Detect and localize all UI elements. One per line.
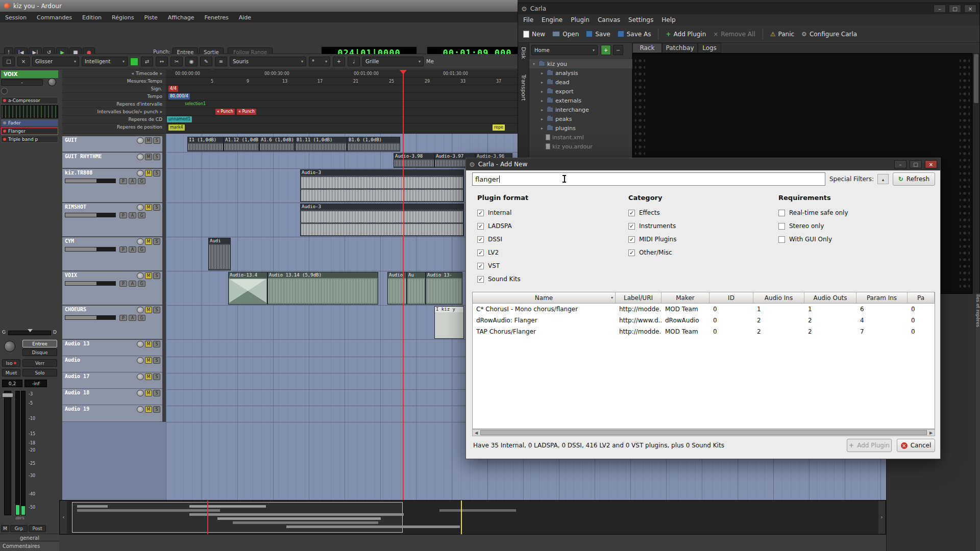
tree-item[interactable]: ▸export — [529, 87, 632, 96]
mute-button[interactable]: M — [145, 341, 152, 347]
tab-logs[interactable]: Logs — [698, 43, 721, 53]
menu-item[interactable]: File — [523, 16, 533, 23]
refresh-button[interactable]: ↻Refresh — [893, 172, 935, 186]
track-header[interactable]: Audio 17 M S — [62, 372, 162, 389]
group-button[interactable]: G — [138, 315, 145, 321]
cancel-button[interactable]: ×Cancel — [897, 439, 935, 452]
record-arm-button[interactable] — [137, 390, 144, 396]
group-button[interactable]: Grp — [10, 525, 28, 532]
playhead-head-icon[interactable] — [400, 70, 407, 74]
processor-compressor[interactable]: a-Compressor — [1, 97, 58, 104]
solo-button[interactable]: S — [153, 170, 160, 177]
expand-icon[interactable]: ▸ — [540, 71, 545, 76]
tab-rack[interactable]: Rack — [632, 43, 662, 53]
record-arm-button[interactable] — [137, 154, 144, 160]
mouse-mode-combo[interactable]: Souris▾ — [230, 57, 306, 66]
menu-item[interactable]: Engine — [542, 16, 562, 23]
strip-output-button[interactable]: - — [1, 79, 43, 86]
cd-marker[interactable]: unnamed1 — [167, 116, 192, 122]
automation-button[interactable]: A — [129, 212, 136, 218]
playhead[interactable] — [403, 70, 404, 500]
track-header[interactable]: Audio M S — [62, 356, 162, 372]
grid-combo[interactable]: Grille▾ — [362, 57, 424, 66]
group-tab[interactable]: general — [0, 534, 59, 541]
audio-region[interactable]: B1.11 (1,0dB) — [295, 137, 347, 152]
punch-out-marker[interactable]: « Punch — [237, 109, 256, 115]
location-marker[interactable]: repe — [493, 124, 505, 131]
playlist-button[interactable]: P — [119, 212, 127, 218]
solo-button[interactable]: S — [153, 357, 160, 364]
column-header[interactable]: Param Ins — [856, 292, 908, 304]
column-header[interactable]: Audio Outs — [804, 292, 856, 304]
track-header[interactable]: Audio 13 M S — [62, 340, 162, 356]
tree-item[interactable]: ▾kiz you — [529, 59, 632, 68]
audio-region[interactable]: Audio 13.14 (5,9dB) — [267, 272, 378, 305]
record-arm-button[interactable] — [137, 341, 144, 347]
fader-handle[interactable] — [2, 393, 13, 397]
stretch-tool-button[interactable]: ≡ — [215, 57, 227, 66]
checkbox-stereo-only[interactable]: Stereo only — [778, 222, 824, 230]
record-arm-button[interactable] — [137, 357, 144, 364]
expand-icon[interactable]: ▸ — [540, 117, 545, 121]
menu-item[interactable]: Edition — [82, 14, 102, 21]
editor-mixer-toggle[interactable]: □ — [3, 57, 15, 66]
track-header[interactable]: GUIT M S — [62, 136, 162, 152]
rack-scrollbar[interactable] — [972, 53, 979, 294]
configure-button[interactable]: ⚙Configure Carla — [801, 31, 857, 38]
draw-tool-button[interactable]: ✎ — [200, 57, 212, 66]
processor-triple-band[interactable]: Triple band p — [1, 136, 58, 143]
summary-scroll-left[interactable]: ‹ — [60, 501, 67, 534]
search-input[interactable]: flanger — [472, 172, 825, 186]
editor-strip-name[interactable]: VOIX — [1, 70, 58, 78]
group-button[interactable]: G — [138, 178, 145, 184]
scroll-left-icon[interactable]: ◀ — [473, 431, 480, 435]
metering-point-button[interactable]: Post — [29, 525, 46, 532]
remove-all-button[interactable]: ×Remove All — [713, 31, 755, 38]
audio-region[interactable]: Audio-3 — [300, 204, 464, 236]
solo-button[interactable]: S — [153, 204, 160, 211]
tree-item[interactable]: ▸peaks — [529, 114, 632, 123]
save-as-button[interactable]: Save As — [618, 31, 651, 38]
dock-tab-disk[interactable]: Disk — [520, 47, 527, 59]
add-plugin-button[interactable]: +Add Plugin — [666, 31, 706, 38]
mute-button[interactable]: M — [145, 307, 152, 313]
record-arm-button[interactable] — [137, 170, 144, 177]
add-location-button[interactable]: + — [601, 45, 611, 55]
menu-item[interactable]: Session — [5, 14, 27, 21]
dock-tab-transport[interactable]: Transport — [520, 74, 527, 101]
audio-region[interactable]: I kiz y — [434, 306, 464, 339]
tree-item[interactable]: ▸plugins — [529, 123, 632, 133]
metering-button[interactable]: M — [1, 525, 9, 532]
mute-button[interactable]: M — [145, 373, 152, 380]
panic-button[interactable]: ⚠Panic — [770, 31, 794, 38]
audio-region[interactable]: Audio-13.4 — [228, 272, 267, 305]
checkbox-effects[interactable]: ✓Effects — [628, 209, 660, 216]
track-header[interactable]: CHOEURS M S P A G — [62, 306, 162, 339]
tree-item[interactable]: ▸dead — [529, 78, 632, 87]
menu-item[interactable]: Commandes — [37, 14, 72, 21]
punch-in-marker[interactable]: « Punch — [215, 109, 235, 115]
master-fader[interactable] — [4, 391, 11, 515]
audio-region[interactable]: Au — [407, 272, 426, 305]
gain-display[interactable]: 0,2 — [2, 380, 22, 387]
checkbox-midi-plugins[interactable]: ✓MIDI Plugins — [628, 236, 676, 243]
summary-strip[interactable]: ‹ › — [59, 500, 886, 535]
group-button[interactable]: G — [138, 281, 145, 287]
summary-scroll-right[interactable]: › — [878, 501, 885, 534]
checkbox-with-gui[interactable]: With GUI Only — [778, 236, 832, 243]
location-marker[interactable]: mark4 — [168, 124, 185, 131]
menu-item[interactable]: Canvas — [598, 16, 620, 23]
scrollbar-thumb[interactable] — [480, 430, 927, 435]
new-button[interactable]: New — [523, 31, 545, 38]
mute-button[interactable]: M — [145, 204, 152, 211]
close-strip-button[interactable]: × — [17, 57, 30, 66]
record-arm-button[interactable] — [137, 137, 144, 144]
table-row[interactable]: TAP Chorus/Flanger http://modde... MOD T… — [473, 326, 935, 337]
zoom-button[interactable]: + — [333, 57, 345, 66]
range-tool-button[interactable]: ↔ — [156, 57, 168, 66]
track-fader[interactable] — [65, 315, 116, 320]
save-button[interactable]: Save — [586, 31, 610, 38]
add-plugin-button[interactable]: +Add Plugin — [847, 439, 892, 452]
menu-item[interactable]: Aide — [239, 14, 251, 21]
solo-button[interactable]: S — [153, 154, 160, 160]
